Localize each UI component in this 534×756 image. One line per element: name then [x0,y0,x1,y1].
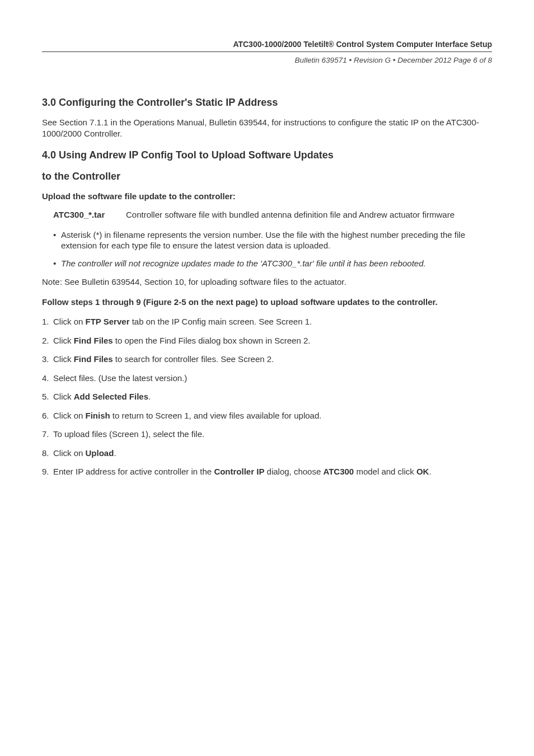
steps-intro: Follow steps 1 through 9 (Figure 2-5 on … [42,297,492,308]
step-text: Click on [53,317,86,326]
step-text: . [148,392,151,401]
step-text: Select files. (Use the latest version.) [53,373,187,383]
step-text: Click on [53,411,86,420]
step-text: dialog, choose [264,467,323,476]
step-bold: Add Selected Files [74,392,148,401]
step-bold: OK [416,467,429,476]
step-bold: FTP Server [86,317,130,326]
step-text: to search for controller files. See Scre… [113,354,274,364]
bullet-item-italic: The controller will not recognize update… [53,258,492,269]
step-text: . [114,448,116,458]
definition-description: Controller software file with bundled an… [126,209,492,220]
upload-subheading: Upload the software file update to the c… [42,191,492,202]
step-item: Click Add Selected Files. [42,391,492,402]
bullet-list: Asterisk (*) in filename represents the … [53,229,492,269]
section-4-heading-group: 4.0 Using Andrew IP Config Tool to Uploa… [42,149,492,183]
step-bold: Find Files [74,336,113,345]
step-bold: ATC300 [323,467,354,476]
section-4-heading-line1: 4.0 Using Andrew IP Config Tool to Uploa… [42,149,492,162]
step-text: Click [53,336,74,345]
step-bold: Finish [86,411,110,420]
step-text: To upload files (Screen 1), select the f… [53,429,204,439]
step-item: Click Find Files to search for controlle… [42,354,492,365]
step-item: Click Find Files to open the Find Files … [42,335,492,346]
step-bold: Find Files [74,354,113,364]
note-text: Note: See Bulletin 639544, Section 10, f… [42,276,492,288]
step-item: To upload files (Screen 1), select the f… [42,429,492,440]
step-item: Enter IP address for active controller i… [42,466,492,477]
step-bold: Upload [86,448,114,458]
step-item: Select files. (Use the latest version.) [42,373,492,384]
section-4-heading-line2: to the Controller [42,170,492,183]
step-item: Click on Upload. [42,448,492,459]
step-text: . [429,467,431,476]
section-3-heading: 3.0 Configuring the Controller's Static … [42,96,492,109]
step-text: to return to Screen 1, and view files av… [110,411,322,420]
step-bold: Controller IP [214,467,264,476]
step-text: model and click [354,467,416,476]
step-text: Enter IP address for active controller i… [53,467,214,476]
bullet-item: Asterisk (*) in filename represents the … [53,229,492,251]
step-text: to open the Find Files dialog box shown … [113,336,311,345]
step-text: Click [53,392,74,401]
step-text: Click on [53,448,86,458]
step-item: Click on Finish to return to Screen 1, a… [42,410,492,421]
page-header-title: ATC300-1000/2000 Teletilt® Control Syste… [42,39,492,52]
definition-term: ATC300_*.tar [53,209,126,220]
step-item: Click on FTP Server tab on the IP Config… [42,316,492,327]
page-header-meta: Bulletin 639571 • Revision G • December … [42,55,492,65]
step-text: Click [53,354,74,364]
definition-row: ATC300_*.tar Controller software file wi… [53,209,492,220]
section-3-body: See Section 7.1.1 in the Operations Manu… [42,117,492,139]
step-text: tab on the IP Config main screen. See Sc… [129,317,312,326]
steps-list: Click on FTP Server tab on the IP Config… [42,316,492,477]
